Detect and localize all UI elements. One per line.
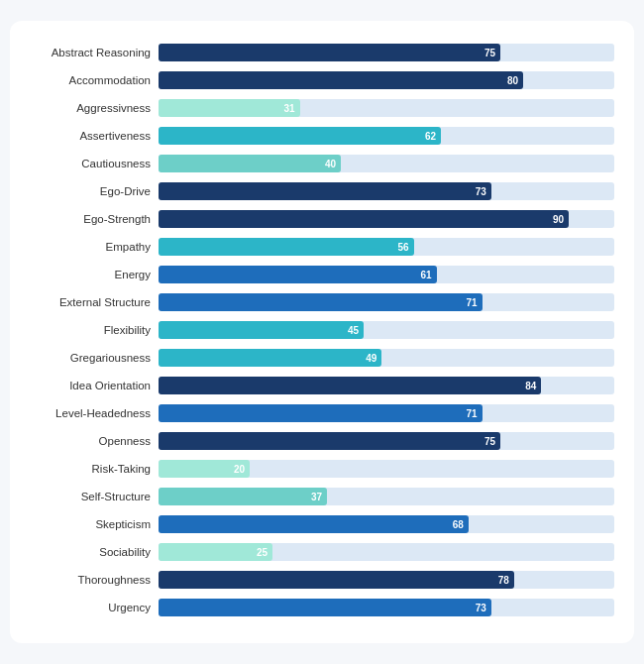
bar-row: Skepticism68 — [20, 512, 614, 536]
bar-fill: 73 — [159, 599, 491, 616]
bar-value: 75 — [484, 48, 500, 58]
bar-value: 78 — [498, 575, 514, 586]
bar-label: Aggressivness — [20, 102, 159, 114]
bar-value: 73 — [476, 603, 491, 613]
bar-label: Sociability — [20, 546, 159, 558]
bar-label: Urgency — [20, 602, 159, 613]
bar-label: Cautiousness — [20, 158, 159, 169]
bar-value: 25 — [257, 547, 272, 558]
bar-row: Flexibility45 — [20, 318, 614, 342]
bar-track: 61 — [159, 266, 614, 283]
bar-row: Risk-Taking20 — [20, 457, 614, 481]
bar-fill: 71 — [159, 293, 483, 311]
bar-track: 25 — [159, 543, 614, 561]
bar-value: 90 — [553, 214, 569, 225]
bar-value: 73 — [476, 186, 491, 197]
bar-fill: 90 — [159, 210, 569, 228]
bar-value: 75 — [484, 436, 500, 447]
bar-row: Urgency73 — [20, 596, 614, 619]
bar-row: Idea Orientation84 — [20, 374, 614, 397]
bar-label: Accommodation — [20, 74, 159, 86]
bar-track: 49 — [159, 349, 614, 367]
bar-row: Sociability25 — [20, 540, 614, 564]
bar-row: Empathy56 — [20, 235, 614, 259]
bar-label: Ego-Drive — [20, 185, 159, 197]
bar-row: Accommodation80 — [20, 68, 614, 92]
bar-track: 31 — [159, 99, 614, 117]
bar-label: Ego-Strength — [20, 213, 159, 225]
bar-row: Gregariousness49 — [20, 346, 614, 370]
bar-track: 75 — [159, 44, 614, 61]
bar-track: 68 — [159, 515, 614, 533]
bar-track: 45 — [159, 321, 614, 339]
bar-value: 62 — [425, 131, 441, 142]
bar-track: 78 — [159, 571, 614, 589]
bar-label: Empathy — [20, 241, 159, 253]
bar-value: 56 — [397, 242, 413, 253]
bar-fill: 75 — [159, 44, 500, 61]
bar-value: 84 — [525, 381, 541, 391]
bar-fill: 56 — [159, 238, 414, 256]
bar-label: Self-Structure — [20, 491, 159, 502]
bar-row: Ego-Strength90 — [20, 207, 614, 231]
bar-label: External Structure — [20, 296, 159, 308]
bar-fill: 40 — [159, 155, 341, 172]
bar-fill: 31 — [159, 99, 300, 117]
bar-track: 73 — [159, 182, 614, 200]
bar-value: 37 — [311, 492, 327, 502]
bar-row: Thoroughness78 — [20, 568, 614, 592]
bar-fill: 20 — [159, 460, 250, 478]
bar-fill: 80 — [159, 71, 523, 89]
bar-value: 31 — [283, 103, 299, 114]
bar-track: 20 — [159, 460, 614, 478]
bar-label: Risk-Taking — [20, 463, 159, 475]
bar-fill: 61 — [159, 266, 437, 283]
bar-fill: 78 — [159, 571, 514, 589]
bar-label: Energy — [20, 269, 159, 280]
bar-label: Skepticism — [20, 518, 159, 530]
bar-row: Energy61 — [20, 263, 614, 286]
bar-fill: 68 — [159, 515, 469, 533]
bar-value: 80 — [507, 75, 523, 86]
bar-fill: 75 — [159, 432, 500, 450]
bar-track: 73 — [159, 599, 614, 616]
bar-track: 90 — [159, 210, 614, 228]
bar-label: Thoroughness — [20, 574, 159, 586]
bar-row: External Structure71 — [20, 290, 614, 314]
bar-track: 71 — [159, 293, 614, 311]
bar-row: Assertiveness62 — [20, 124, 614, 148]
bar-track: 84 — [159, 377, 614, 394]
bar-track: 80 — [159, 71, 614, 89]
bar-track: 56 — [159, 238, 614, 256]
bar-fill: 71 — [159, 404, 483, 422]
bar-row: Openness75 — [20, 429, 614, 453]
bar-label: Level-Headedness — [20, 407, 159, 419]
bar-fill: 84 — [159, 377, 541, 394]
bar-row: Abstract Reasoning75 — [20, 41, 614, 64]
bar-chart: Abstract Reasoning75Accommodation80Aggre… — [10, 21, 634, 643]
bar-track: 75 — [159, 432, 614, 450]
bar-label: Flexibility — [20, 324, 159, 336]
bar-row: Level-Headedness71 — [20, 401, 614, 425]
bar-fill: 49 — [159, 349, 381, 367]
bar-label: Abstract Reasoning — [20, 47, 159, 58]
bar-label: Openness — [20, 435, 159, 447]
bar-value: 20 — [234, 464, 250, 475]
bar-fill: 25 — [159, 543, 272, 561]
bar-track: 37 — [159, 488, 614, 505]
bar-value: 49 — [366, 353, 381, 364]
bar-fill: 45 — [159, 321, 364, 339]
bar-value: 61 — [420, 270, 436, 280]
bar-value: 71 — [466, 408, 482, 419]
bar-track: 40 — [159, 155, 614, 172]
bar-label: Assertiveness — [20, 130, 159, 142]
bar-row: Cautiousness40 — [20, 152, 614, 175]
bar-label: Idea Orientation — [20, 380, 159, 391]
bar-fill: 73 — [159, 182, 491, 200]
bar-label: Gregariousness — [20, 352, 159, 364]
bar-value: 45 — [348, 325, 364, 336]
bar-fill: 37 — [159, 488, 327, 505]
bar-row: Aggressivness31 — [20, 96, 614, 120]
bar-row: Self-Structure37 — [20, 485, 614, 508]
bar-fill: 62 — [159, 127, 441, 145]
